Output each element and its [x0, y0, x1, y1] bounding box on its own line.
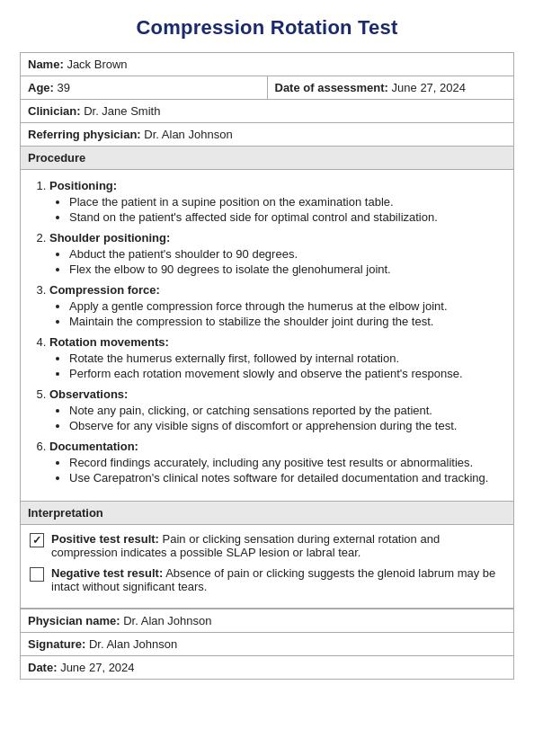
referring-cell: Referring physician: Dr. Alan Johnson: [21, 123, 514, 147]
age-label: Age:: [28, 81, 54, 94]
step-title-3: Compression force:: [49, 283, 160, 297]
date-row: Date: June 27, 2024: [21, 656, 514, 680]
step-title-6: Documentation:: [49, 440, 138, 453]
step-item-1: Positioning:Place the patient in a supin…: [49, 179, 501, 224]
name-label: Name:: [28, 58, 64, 71]
step-bullets-6: Record findings accurately, including an…: [62, 456, 501, 485]
bullet-4-1: Rotate the humerus externally first, fol…: [69, 351, 501, 365]
patient-info-table: Name: Jack Brown Age: 39 Date of assessm…: [20, 52, 514, 147]
age-value: 39: [58, 81, 70, 94]
steps-list: Positioning:Place the patient in a supin…: [42, 179, 501, 485]
doa-value: June 27, 2024: [392, 81, 466, 94]
bullet-3-1: Apply a gentle compression force through…: [69, 299, 501, 313]
bullet-1-1: Place the patient in a supine position o…: [69, 195, 501, 209]
procedure-body: Positioning:Place the patient in a supin…: [20, 170, 514, 502]
step-title-1: Positioning:: [49, 179, 117, 192]
footer-table: Physician name: Dr. Alan Johnson Signatu…: [20, 609, 514, 680]
step-bullets-1: Place the patient in a supine position o…: [62, 195, 501, 224]
interpretation-header: Interpretation: [21, 502, 513, 525]
signature-row: Signature: Dr. Alan Johnson: [21, 633, 514, 656]
physician-cell: Physician name: Dr. Alan Johnson: [21, 609, 514, 633]
bullet-5-1: Note any pain, clicking, or catching sen…: [69, 404, 501, 417]
interp-text-1: Positive test result: Pain or clicking s…: [51, 532, 504, 559]
physician-row: Physician name: Dr. Alan Johnson: [21, 609, 514, 633]
date-value: June 27, 2024: [60, 661, 134, 674]
interp-label-2: Negative test result:: [51, 566, 163, 580]
age-cell: Age: 39: [21, 76, 268, 100]
step-item-4: Rotation movements:Rotate the humerus ex…: [49, 335, 501, 380]
bullet-2-1: Abduct the patient's shoulder to 90 degr…: [69, 247, 501, 261]
referring-value: Dr. Alan Johnson: [144, 128, 232, 141]
step-item-6: Documentation:Record findings accurately…: [49, 440, 501, 485]
name-row: Name: Jack Brown: [21, 53, 514, 76]
signature-cell: Signature: Dr. Alan Johnson: [21, 633, 514, 656]
bullet-4-2: Perform each rotation movement slowly an…: [69, 367, 501, 380]
page: Compression Rotation Test Name: Jack Bro…: [0, 0, 534, 756]
clinician-row: Clinician: Dr. Jane Smith: [21, 100, 514, 123]
checkbox-1[interactable]: [30, 533, 44, 547]
interp-label-1: Positive test result:: [51, 532, 159, 546]
bullet-3-2: Maintain the compression to stabilize th…: [69, 315, 501, 328]
signature-value: Dr. Alan Johnson: [89, 637, 177, 651]
age-doa-row: Age: 39 Date of assessment: June 27, 202…: [21, 76, 514, 100]
date-label: Date:: [28, 661, 58, 674]
step-bullets-2: Abduct the patient's shoulder to 90 degr…: [62, 247, 501, 276]
clinician-cell: Clinician: Dr. Jane Smith: [21, 100, 514, 123]
bullet-5-2: Observe for any visible signs of discomf…: [69, 419, 501, 432]
physician-value: Dr. Alan Johnson: [123, 614, 211, 627]
interpretation-section: Interpretation Positive test result: Pai…: [20, 502, 514, 609]
date-cell: Date: June 27, 2024: [21, 656, 514, 680]
interp-item-2: Negative test result: Absence of pain or…: [30, 566, 504, 593]
name-value: Jack Brown: [67, 58, 127, 71]
step-bullets-3: Apply a gentle compression force through…: [62, 299, 501, 328]
name-cell: Name: Jack Brown: [21, 53, 514, 76]
interp-text-2: Negative test result: Absence of pain or…: [51, 566, 504, 593]
procedure-header: Procedure: [20, 147, 514, 170]
step-bullets-5: Note any pain, clicking, or catching sen…: [62, 404, 501, 432]
step-title-2: Shoulder positioning:: [49, 231, 170, 245]
step-bullets-4: Rotate the humerus externally first, fol…: [62, 351, 501, 380]
doa-cell: Date of assessment: June 27, 2024: [267, 76, 514, 100]
signature-label: Signature:: [28, 637, 85, 651]
referring-row: Referring physician: Dr. Alan Johnson: [21, 123, 514, 147]
checkbox-2[interactable]: [30, 567, 44, 582]
step-title-4: Rotation movements:: [49, 335, 169, 349]
physician-label: Physician name:: [28, 614, 120, 627]
clinician-value: Dr. Jane Smith: [84, 104, 160, 118]
doa-label: Date of assessment:: [275, 81, 388, 94]
bullet-1-2: Stand on the patient's affected side for…: [69, 210, 501, 224]
clinician-label: Clinician:: [28, 104, 81, 118]
step-item-5: Observations:Note any pain, clicking, or…: [49, 387, 501, 432]
step-title-5: Observations:: [49, 387, 128, 401]
interp-item-1: Positive test result: Pain or clicking s…: [30, 532, 504, 559]
bullet-6-2: Use Carepatron's clinical notes software…: [69, 471, 501, 485]
step-item-2: Shoulder positioning:Abduct the patient'…: [49, 231, 501, 276]
interpretation-body: Positive test result: Pain or clicking s…: [21, 525, 513, 608]
step-item-3: Compression force:Apply a gentle compres…: [49, 283, 501, 328]
referring-label: Referring physician:: [28, 128, 141, 141]
bullet-2-2: Flex the elbow to 90 degrees to isolate …: [69, 262, 501, 276]
page-title: Compression Rotation Test: [20, 16, 514, 40]
bullet-6-1: Record findings accurately, including an…: [69, 456, 501, 469]
